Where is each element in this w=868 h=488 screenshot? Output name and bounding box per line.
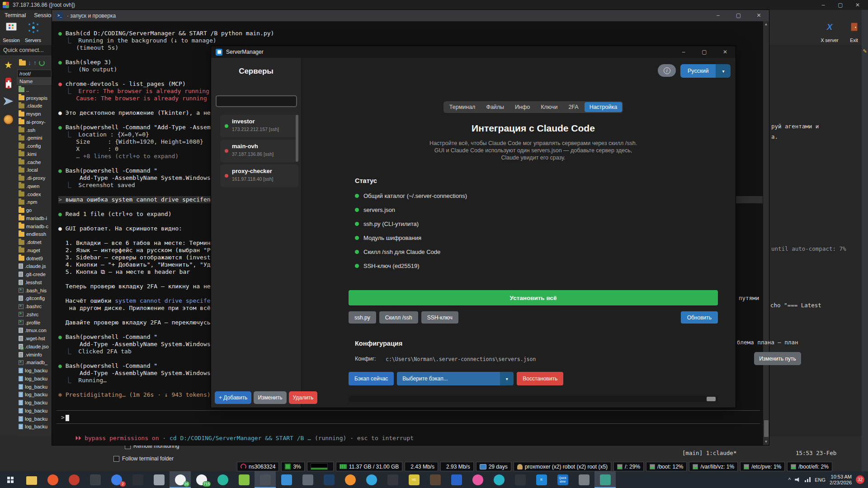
taskbar-app-button[interactable]: Quick sime: [552, 471, 573, 488]
file-row[interactable]: .lesshst: [17, 278, 52, 286]
file-row[interactable]: .local: [17, 166, 52, 174]
close-icon[interactable]: ✕: [749, 10, 769, 21]
follow-folder-checkbox[interactable]: Follow terminal folder: [113, 455, 174, 462]
tray-expand-icon[interactable]: ^: [788, 477, 791, 483]
minimize-icon[interactable]: –: [673, 46, 694, 58]
file-row[interactable]: .dotnet: [17, 238, 52, 246]
file-row[interactable]: .tmux.con: [17, 327, 52, 335]
session-button[interactable]: Session: [1, 21, 22, 44]
file-row[interactable]: .claude.jso: [17, 343, 52, 351]
file-row[interactable]: .di-proxy: [17, 174, 52, 182]
tab[interactable]: Терминал: [444, 102, 481, 112]
taskbar-app-button[interactable]: [297, 471, 318, 488]
file-row[interactable]: go: [17, 206, 52, 214]
refresh-icon[interactable]: [39, 60, 45, 66]
tab[interactable]: Ключи: [536, 102, 562, 112]
minimize-icon[interactable]: –: [815, 0, 832, 10]
terminal-titlebar[interactable]: >_ · запуск и проверка – ▢ ✕: [52, 10, 769, 21]
file-row[interactable]: .zshrc: [17, 310, 52, 319]
taskbar-app-button[interactable]: [425, 471, 446, 488]
chevron-down-icon[interactable]: ▾: [500, 372, 514, 385]
taskbar-app-button[interactable]: 715: [191, 471, 212, 488]
refresh-button[interactable]: Обновить: [681, 311, 718, 324]
chevron-down-icon[interactable]: ▾: [716, 64, 731, 78]
file-row[interactable]: log_backu: [17, 366, 52, 375]
current-path[interactable]: /root/: [17, 70, 52, 78]
taskbar-app-button[interactable]: [21, 471, 42, 488]
taskbar-app-button[interactable]: [361, 471, 382, 488]
scrollbar-thumb[interactable]: [707, 397, 716, 401]
remote-tab[interactable]: [0, 110, 17, 128]
pencil-icon[interactable]: ✎: [863, 49, 867, 54]
taskbar-app-button[interactable]: 26: [170, 471, 191, 488]
taskbar-app-button[interactable]: [509, 471, 531, 488]
file-row[interactable]: log_backu: [17, 407, 52, 415]
file-row[interactable]: .wget-hst: [17, 334, 52, 343]
edit-server-button[interactable]: Изменить: [254, 391, 286, 404]
taskbar-app-button[interactable]: [255, 471, 276, 488]
taskbar-app-button[interactable]: [446, 471, 467, 488]
sftp-tab[interactable]: [0, 92, 17, 110]
file-row[interactable]: .npm: [17, 198, 52, 206]
file-row[interactable]: .mariadb_: [17, 359, 52, 367]
file-row[interactable]: myvpn: [17, 110, 52, 118]
backup-now-button[interactable]: Бэкап сейчас: [349, 372, 394, 385]
taskbar-app-button[interactable]: 2: [106, 471, 127, 488]
component-button[interactable]: ssh.py: [349, 311, 376, 324]
server-list-item[interactable]: proxy-checker 161.97.118.40 [ssh]: [220, 164, 298, 187]
favorites-tab[interactable]: ★: [0, 56, 17, 74]
start-button[interactable]: [0, 471, 21, 488]
restore-button[interactable]: Восстановить: [517, 372, 563, 385]
name-column-header[interactable]: Name: [17, 78, 52, 86]
file-row[interactable]: .qwen: [17, 182, 52, 190]
file-row[interactable]: .cache: [17, 158, 52, 166]
change-path-button[interactable]: Изменить путь: [754, 352, 801, 365]
close-icon[interactable]: ✕: [849, 0, 866, 10]
servers-button[interactable]: Servers: [23, 21, 43, 44]
file-row[interactable]: .bashrc: [17, 302, 52, 310]
file-row[interactable]: log_backu: [17, 399, 52, 407]
taskbar-app-button[interactable]: [594, 471, 616, 488]
taskbar-app-button[interactable]: [276, 471, 297, 488]
servermanager-titlebar[interactable]: ServerManager – ▢ ✕: [211, 46, 736, 58]
file-row[interactable]: dotnet9: [17, 254, 52, 263]
file-row[interactable]: endlessh: [17, 230, 52, 239]
prompt-input[interactable]: >: [57, 410, 760, 424]
taskbar-app-button[interactable]: [127, 471, 148, 488]
quick-connect-field[interactable]: Quick connect...: [0, 45, 52, 56]
terminal-scrollbar[interactable]: ▲ ▼: [763, 21, 769, 445]
folder-up-icon[interactable]: [19, 61, 26, 66]
scroll-down-icon[interactable]: ▼: [763, 439, 769, 445]
speaker-icon[interactable]: [795, 478, 801, 482]
network-icon[interactable]: [805, 477, 811, 482]
taskbar-app-button[interactable]: [382, 471, 403, 488]
taskbar-app-button[interactable]: [340, 471, 361, 488]
tab[interactable]: Инфо: [510, 102, 535, 112]
file-row[interactable]: .kimi: [17, 150, 52, 158]
file-row[interactable]: .config: [17, 142, 52, 150]
taskbar-app-button[interactable]: R: [531, 471, 552, 488]
server-list-item[interactable]: investor 173.212.212.157 [ssh]: [220, 115, 298, 137]
taskbar-app-button[interactable]: [467, 471, 488, 488]
info-button[interactable]: i: [658, 64, 676, 77]
maximize-icon[interactable]: ▢: [694, 46, 715, 58]
close-icon[interactable]: ✕: [715, 46, 736, 58]
minimize-icon[interactable]: –: [708, 10, 728, 21]
taskbar-app-button[interactable]: [85, 471, 106, 488]
file-row[interactable]: .git-crede: [17, 270, 52, 278]
file-row[interactable]: log_backu: [17, 375, 52, 383]
file-row[interactable]: mariadb-i: [17, 214, 52, 222]
install-all-button[interactable]: Установить всё: [349, 290, 718, 305]
file-row[interactable]: log_backu: [17, 391, 52, 399]
file-row[interactable]: .gemini: [17, 134, 52, 142]
notification-count-badge[interactable]: 32: [856, 475, 864, 484]
taskbar-app-button[interactable]: [212, 471, 233, 488]
taskbar-app-button[interactable]: [63, 471, 85, 488]
checkbox-icon[interactable]: [113, 456, 119, 462]
maximize-icon[interactable]: ▢: [832, 0, 849, 10]
upload-icon[interactable]: ↑: [33, 59, 37, 66]
language-indicator[interactable]: ENG: [815, 477, 826, 483]
file-row[interactable]: proxyapis: [17, 94, 52, 102]
language-select[interactable]: Русский ▾: [680, 64, 731, 78]
file-row[interactable]: .claude.js: [17, 263, 52, 271]
